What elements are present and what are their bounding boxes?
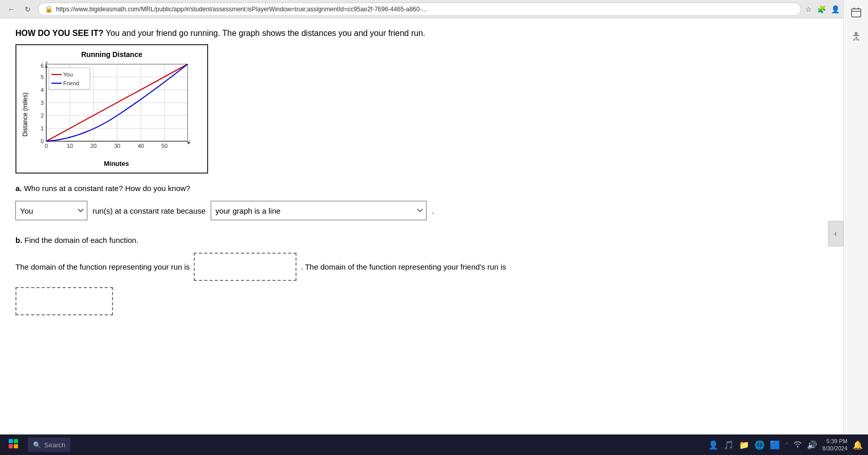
- taskbar-time: 5:39 PM 8/30/2024: [822, 438, 847, 452]
- graph-svg-wrapper: 0 1 2 3 4 5 6 y 0 10 20 30 40: [31, 62, 202, 159]
- graph-area: Distance (miles): [22, 62, 202, 167]
- answer-row-a: You Your friend Both run(s) at a constan…: [15, 201, 828, 220]
- question-a-letter: a.: [15, 184, 22, 193]
- who-runs-dropdown[interactable]: You Your friend Both: [15, 201, 87, 220]
- start-button[interactable]: [5, 438, 22, 452]
- taskbar-folder-icon[interactable]: 📁: [739, 440, 749, 450]
- domain-row-2: [15, 287, 828, 315]
- domain-text-before: The domain of the function representing …: [15, 262, 190, 271]
- svg-rect-39: [14, 439, 18, 443]
- svg-text:3: 3: [41, 100, 44, 106]
- middle-text: run(s) at a constant rate because: [93, 206, 206, 215]
- search-label: Search: [44, 441, 65, 449]
- taskbar-chevron-up[interactable]: ^: [785, 441, 788, 448]
- svg-rect-38: [9, 439, 13, 443]
- taskbar: 🔍 Search 👤 🎵 📁 🌐 🟦 ^ 🔊 5:39 PM 8/30/2024…: [0, 434, 868, 455]
- section-header: HOW DO YOU SEE IT? You and your friend g…: [15, 29, 828, 38]
- graph-container: Running Distance Distance (miles): [15, 44, 208, 174]
- question-b-label: b. Find the domain of each function.: [15, 236, 828, 244]
- taskbar-notification-icon[interactable]: 🔔: [853, 440, 863, 450]
- browser-bar: ← ↻ 🔒 https://www.bigideasmath.com/MRL/p…: [0, 0, 868, 18]
- svg-text:0: 0: [45, 143, 48, 149]
- x-axis-label: Minutes: [31, 160, 202, 167]
- taskbar-icons: 👤 🎵 📁 🌐 🟦 ^ 🔊 5:39 PM 8/30/2024 🔔: [708, 438, 863, 452]
- star-icon[interactable]: ☆: [805, 5, 812, 13]
- y-axis-label: Distance (miles): [22, 62, 29, 167]
- taskbar-user-icon[interactable]: 👤: [708, 440, 718, 450]
- calendar-icon[interactable]: [848, 4, 864, 21]
- taskbar-search[interactable]: 🔍 Search: [28, 438, 70, 452]
- svg-text:Friend: Friend: [63, 80, 79, 86]
- question-a-label: a. Who runs at a constant rate? How do y…: [15, 184, 828, 193]
- graph-svg: 0 1 2 3 4 5 6 y 0 10 20 30 40: [31, 62, 190, 157]
- nav-back-button[interactable]: ←: [5, 3, 17, 15]
- because-dropdown[interactable]: your graph is a line your graph is not a…: [211, 201, 427, 220]
- period: .: [432, 206, 434, 215]
- taskbar-date: 8/30/2024: [822, 445, 847, 452]
- domain-row: The domain of the function representing …: [15, 253, 828, 281]
- svg-text:4: 4: [41, 87, 44, 93]
- right-sidebar: [843, 0, 868, 434]
- question-b-text: Find the domain of each function.: [25, 236, 139, 244]
- url-text: https://www.bigideasmath.com/MRL/public/…: [56, 6, 427, 13]
- extensions-icon[interactable]: 🧩: [817, 5, 826, 13]
- svg-text:40: 40: [138, 143, 144, 149]
- accessibility-icon[interactable]: [848, 29, 864, 45]
- svg-text:6: 6: [41, 63, 44, 69]
- svg-text:50: 50: [161, 143, 168, 149]
- profile-icon[interactable]: 👤: [831, 5, 840, 13]
- graph-title: Running Distance: [22, 50, 202, 59]
- taskbar-media-icon[interactable]: 🎵: [724, 440, 734, 450]
- svg-text:2: 2: [41, 112, 44, 119]
- svg-rect-40: [9, 444, 13, 448]
- graph-inner: 0 1 2 3 4 5 6 y 0 10 20 30 40: [31, 62, 202, 167]
- taskbar-store-icon[interactable]: 🟦: [770, 440, 780, 450]
- svg-text:y: y: [45, 62, 48, 65]
- url-bar[interactable]: 🔒 https://www.bigideasmath.com/MRL/publi…: [38, 3, 801, 16]
- section-text: You and your friend go running. The grap…: [106, 29, 426, 37]
- svg-text:20: 20: [90, 143, 97, 149]
- domain-section: The domain of the function representing …: [15, 253, 828, 315]
- taskbar-wifi-icon: [793, 440, 802, 449]
- svg-text:You: You: [63, 71, 73, 78]
- svg-text:30: 30: [114, 143, 120, 149]
- svg-text:1: 1: [41, 125, 44, 131]
- taskbar-volume-icon[interactable]: 🔊: [807, 440, 817, 450]
- content-area: HOW DO YOU SEE IT? You and your friend g…: [0, 18, 843, 434]
- taskbar-edge-icon[interactable]: 🌐: [754, 440, 765, 450]
- svg-rect-41: [14, 444, 18, 448]
- search-icon: 🔍: [33, 441, 41, 449]
- svg-text:10: 10: [67, 143, 73, 149]
- svg-text:5: 5: [41, 74, 44, 80]
- side-panel-toggle[interactable]: ‹: [828, 221, 843, 247]
- svg-point-1: [855, 32, 857, 34]
- domain-text-after: . The domain of the function representin…: [301, 262, 506, 271]
- domain-input-1[interactable]: [194, 253, 297, 281]
- svg-rect-0: [852, 9, 861, 17]
- question-b-letter: b.: [15, 236, 22, 244]
- svg-text:0: 0: [41, 138, 44, 144]
- section-label: HOW DO YOU SEE IT?: [15, 29, 103, 37]
- domain-input-2[interactable]: [15, 287, 113, 315]
- taskbar-clock: 5:39 PM: [822, 438, 847, 445]
- nav-refresh-button[interactable]: ↻: [22, 3, 34, 15]
- question-a-text: Who runs at a constant rate? How do you …: [24, 184, 191, 193]
